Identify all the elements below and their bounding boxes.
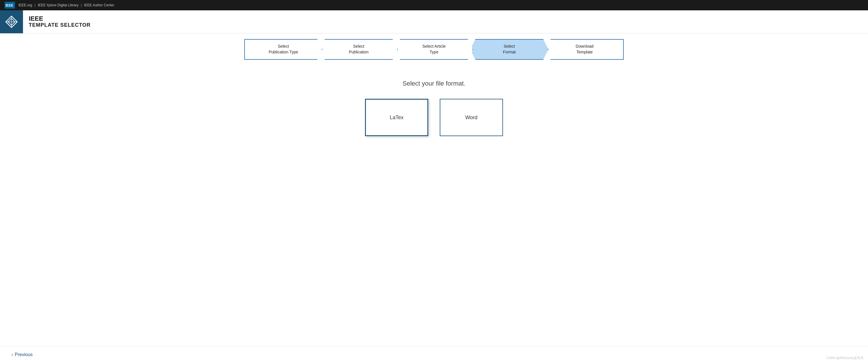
- topbar-logo: IEEE: [5, 2, 15, 9]
- format-card-latex-label: LaTex: [390, 114, 404, 121]
- main-content: Select your file format. LaTex Word: [0, 68, 868, 147]
- format-cards: LaTex Word: [365, 99, 503, 136]
- step-label-4: Select Format: [496, 44, 523, 55]
- previous-label: Previous: [15, 352, 32, 357]
- header-logo-box: [0, 10, 23, 33]
- format-card-word[interactable]: Word: [440, 99, 503, 136]
- stepper-step-5[interactable]: Download Template: [546, 39, 624, 60]
- topbar-separator-2: |: [79, 3, 84, 7]
- stepper-step-1[interactable]: Select Publication Type: [244, 39, 322, 60]
- ieee-topbar-logo-icon: IEEE: [5, 2, 15, 9]
- svg-text:IEEE: IEEE: [5, 3, 13, 7]
- brand-name: IEEE: [29, 15, 91, 22]
- step-label-3: Select Article Type: [415, 44, 453, 55]
- page-title: TEMPLATE SELECTOR: [29, 22, 91, 28]
- format-card-word-label: Word: [465, 114, 478, 121]
- step-label-1: Select Publication Type: [262, 44, 305, 55]
- ieee-diamond-logo-icon: [4, 14, 19, 29]
- watermark: CSDN @AISecurity监究员: [826, 356, 863, 360]
- stepper-step-3[interactable]: Select Article Type: [395, 39, 473, 60]
- step-label-5: Download Template: [569, 44, 600, 55]
- chevron-left-icon: ‹: [11, 352, 13, 357]
- page-header: IEEE TEMPLATE SELECTOR: [0, 10, 868, 33]
- format-instruction: Select your file format.: [403, 80, 466, 87]
- bottom-bar: ‹ Previous: [0, 346, 868, 363]
- topbar-links: IEEE.org | IEEE Xplore Digital Library |…: [19, 3, 114, 7]
- topbar-link-author-center[interactable]: IEEE Author Center: [84, 3, 114, 7]
- topbar-link-ieee-org[interactable]: IEEE.org: [19, 3, 32, 7]
- previous-button[interactable]: ‹ Previous: [11, 352, 33, 357]
- step-label-2: Select Publication: [342, 44, 376, 55]
- header-text: IEEE TEMPLATE SELECTOR: [23, 15, 96, 28]
- format-card-latex[interactable]: LaTex: [365, 99, 428, 136]
- topbar: IEEE IEEE.org | IEEE Xplore Digital Libr…: [0, 0, 868, 10]
- topbar-separator-1: |: [32, 3, 38, 7]
- stepper-step-2[interactable]: Select Publication: [320, 39, 398, 60]
- stepper: Select Publication TypeSelect Publicatio…: [233, 39, 635, 60]
- topbar-link-xplore[interactable]: IEEE Xplore Digital Library: [38, 3, 79, 7]
- stepper-step-4[interactable]: Select Format: [470, 39, 548, 60]
